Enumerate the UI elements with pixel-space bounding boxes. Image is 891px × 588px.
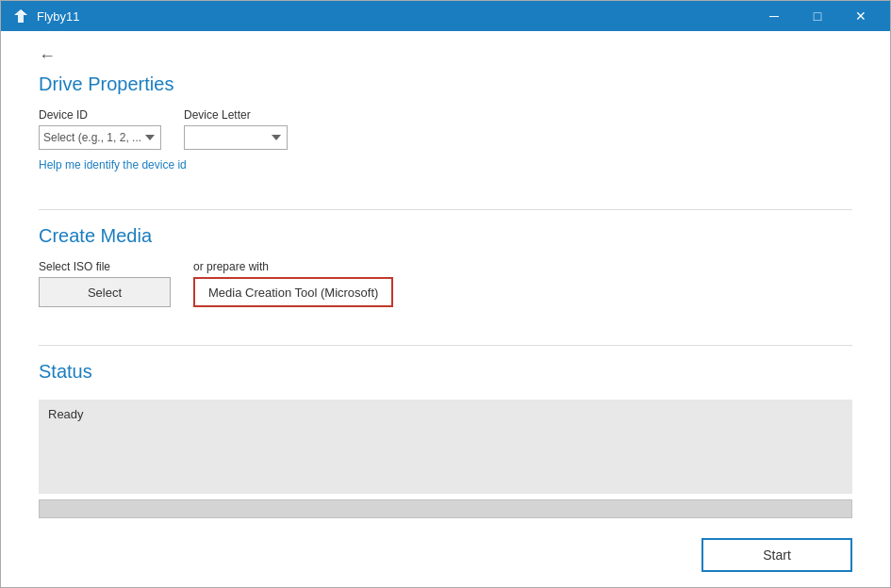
start-button[interactable]: Start [701, 538, 852, 572]
maximize-button[interactable]: □ [796, 1, 839, 31]
back-button[interactable]: ← [39, 46, 61, 66]
device-id-group: Device ID Select (e.g., 1, 2, ... [39, 108, 161, 150]
select-iso-button[interactable]: Select [39, 277, 171, 307]
media-creation-tool-button[interactable]: Media Creation Tool (Microsoft) [193, 277, 393, 307]
title-bar: Flyby11 ─ □ ✕ [1, 1, 890, 31]
drive-properties-heading: Drive Properties [39, 74, 852, 95]
status-heading: Status [39, 361, 852, 383]
drive-properties-section: Drive Properties Device ID Select (e.g.,… [39, 74, 852, 172]
device-id-select[interactable]: Select (e.g., 1, 2, ... [39, 125, 161, 150]
create-media-row: Select ISO file Select or prepare with M… [39, 260, 852, 307]
app-icon [12, 8, 29, 24]
or-prepare-label: or prepare with [193, 260, 393, 273]
app-window: Flyby11 ─ □ ✕ ← Drive Properties Device … [0, 0, 891, 588]
close-button[interactable]: ✕ [839, 1, 883, 31]
progress-bar-container [39, 499, 852, 518]
footer: Start [1, 527, 890, 587]
minimize-button[interactable]: ─ [752, 1, 796, 31]
status-section: Status Ready [39, 361, 852, 518]
device-letter-select[interactable] [184, 125, 288, 150]
create-media-section: Create Media Select ISO file Select or p… [39, 225, 852, 307]
help-link[interactable]: Help me identify the device id [39, 158, 187, 172]
title-bar-left: Flyby11 [12, 8, 80, 24]
title-bar-controls: ─ □ ✕ [752, 1, 883, 31]
divider-2 [39, 345, 852, 346]
status-text: Ready [48, 407, 84, 421]
device-form-row: Device ID Select (e.g., 1, 2, ... Device… [39, 108, 852, 150]
create-media-heading: Create Media [39, 225, 852, 247]
device-letter-label: Device Letter [184, 108, 288, 122]
divider-1 [39, 209, 852, 210]
select-iso-label: Select ISO file [39, 260, 171, 273]
app-title: Flyby11 [37, 9, 80, 24]
status-box: Ready [39, 400, 852, 494]
device-id-label: Device ID [39, 108, 161, 122]
device-letter-group: Device Letter [184, 108, 288, 150]
main-content: ← Drive Properties Device ID Select (e.g… [1, 31, 890, 527]
or-prepare-group: or prepare with Media Creation Tool (Mic… [193, 260, 393, 307]
iso-group: Select ISO file Select [39, 260, 171, 307]
